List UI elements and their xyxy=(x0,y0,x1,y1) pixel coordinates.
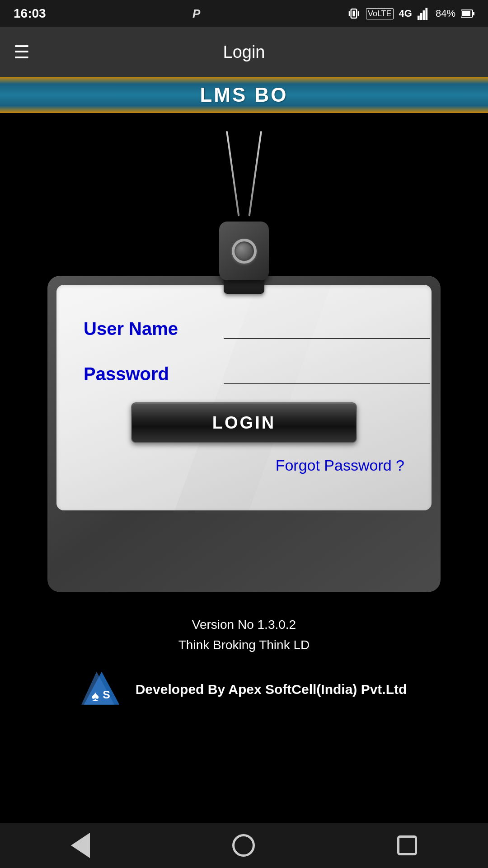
svg-rect-10 xyxy=(462,11,470,16)
navigation-bar xyxy=(0,823,488,868)
password-label: Password xyxy=(84,364,210,384)
signal-icon xyxy=(418,7,430,20)
lanyard-ring xyxy=(232,239,257,264)
status-icons: VoLTE 4G 84% xyxy=(347,7,474,20)
username-row: User Name xyxy=(84,312,404,339)
developer-text: Developed By Apex SoftCell(India) Pvt.Lt… xyxy=(136,682,407,697)
svg-rect-7 xyxy=(425,8,427,20)
footer-version: Version No 1.3.0.2 Think Broking Think L… xyxy=(81,615,407,656)
version-line2: Think Broking Think LD xyxy=(81,635,407,656)
svg-text:♠: ♠ xyxy=(91,687,99,703)
forgot-password-link[interactable]: Forgot Password ? xyxy=(276,457,404,474)
svg-text:S: S xyxy=(103,689,110,701)
home-button[interactable] xyxy=(232,834,255,857)
lanyard-container xyxy=(0,131,488,294)
company-logo-icon: ♠ S xyxy=(81,669,122,710)
home-icon xyxy=(232,834,255,857)
carrier-icon: P xyxy=(192,7,200,21)
network-type-icon: 4G xyxy=(399,8,412,19)
hamburger-menu-icon[interactable]: ☰ xyxy=(14,42,30,62)
svg-rect-1 xyxy=(352,11,355,17)
svg-rect-6 xyxy=(423,10,425,20)
login-btn-container: LOGIN xyxy=(84,402,404,443)
main-content: User Name Password LOGIN Forgot Password… xyxy=(0,113,488,719)
id-card-frame: User Name Password LOGIN Forgot Password… xyxy=(47,276,441,592)
app-bar: ☰ Login xyxy=(0,27,488,77)
forgot-password-container: Forgot Password ? xyxy=(84,457,404,474)
app-banner: LMS BO xyxy=(0,77,488,113)
back-button[interactable] xyxy=(71,833,90,858)
status-bar: 16:03 P VoLTE 4G 84% xyxy=(0,0,488,27)
username-input[interactable] xyxy=(224,312,430,339)
svg-rect-3 xyxy=(358,11,359,16)
battery-icon xyxy=(461,9,474,18)
volte-icon: VoLTE xyxy=(366,8,394,19)
version-line1: Version No 1.3.0.2 xyxy=(81,615,407,635)
lanyard-bottom-clip xyxy=(224,278,264,294)
username-label: User Name xyxy=(84,319,210,339)
recents-icon xyxy=(397,835,417,855)
recents-button[interactable] xyxy=(397,835,417,855)
lanyard-strings xyxy=(212,131,276,222)
svg-rect-2 xyxy=(349,11,350,16)
id-card-inner: User Name Password LOGIN Forgot Password… xyxy=(56,285,432,510)
svg-rect-4 xyxy=(418,16,420,20)
lanyard-clip xyxy=(219,222,269,280)
password-input[interactable] xyxy=(224,357,430,384)
app-bar-title: Login xyxy=(223,42,265,62)
svg-rect-9 xyxy=(473,12,474,15)
footer: Version No 1.3.0.2 Think Broking Think L… xyxy=(72,592,416,719)
password-row: Password xyxy=(84,357,404,384)
footer-logo-row: ♠ S Developed By Apex SoftCell(India) Pv… xyxy=(81,669,407,710)
battery-text: 84% xyxy=(436,8,455,19)
banner-title: LMS BO xyxy=(200,84,288,106)
svg-rect-5 xyxy=(420,13,422,20)
vibrate-icon xyxy=(347,7,361,20)
back-icon xyxy=(71,833,90,858)
login-button[interactable]: LOGIN xyxy=(131,402,357,443)
status-time: 16:03 xyxy=(14,6,46,21)
